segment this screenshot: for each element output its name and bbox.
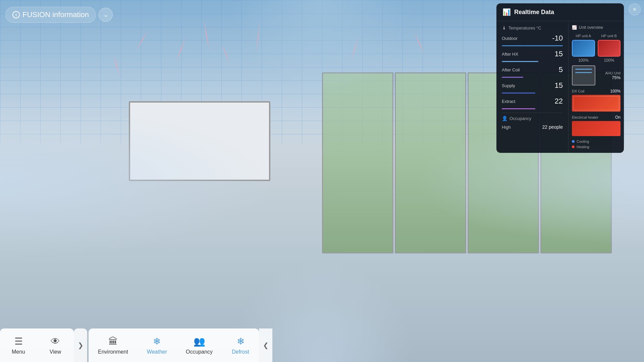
weather-snowflake-icon: ❄ [153,336,161,347]
chart-icon: 📈 [572,25,577,30]
window-pane-1 [322,72,393,253]
view-label: View [50,349,61,355]
eye-icon: 👁 [51,336,60,347]
realtime-data-panel: 📊 Realtime Data 🌡 Temperatures °C Outdoo… [496,3,624,153]
nav-item-weather[interactable]: ❄ Weather [138,328,176,362]
after-hx-bar [502,61,538,62]
dx-coil-percent: 100% [610,89,621,94]
nav-item-menu[interactable]: ☰ Menu [0,328,37,362]
window-pane-2 [395,72,466,253]
nav-arrow-left[interactable]: ❮ [259,328,272,362]
environment-label: Environment [98,349,128,355]
temperatures-header: 🌡 Temperatures °C [502,25,563,31]
realtime-icon: 📊 [502,8,511,16]
after-hx-label: After HX [502,52,518,57]
electrical-heater-section: Electrical heater On [572,115,621,136]
environment-icon: 🏛 [108,336,118,347]
after-coil-label: After Coil [502,67,520,72]
outdoor-bar [502,45,563,46]
extract-value: 22 [555,97,563,106]
thermometer-icon: 🌡 [502,25,506,31]
fusion-info-badge[interactable]: i FUSION information [5,7,96,23]
nav-item-view[interactable]: 👁 View [37,328,74,362]
panel-header: 📊 Realtime Data [496,3,624,21]
heating-dot [572,145,575,148]
supply-value: 15 [555,81,563,90]
cooling-dot [572,140,575,143]
hp-units-container: HP unit A 100% HP unit B 100% [572,34,621,63]
elec-row: Electrical heater On [572,115,621,120]
menu-label: Menu [12,349,25,355]
occupancy-row: High 22 people [502,124,563,130]
outdoor-value: -10 [552,34,563,43]
panel-left-section: 🌡 Temperatures °C Outdoor -10 After HX 1… [496,21,569,153]
ahu-label: AHU Unit [605,71,621,75]
unit-overview-header: 📈 Unit overview [572,25,621,30]
weather-label: Weather [147,349,167,355]
divider [502,113,563,113]
occupancy-people-icon: 👥 [194,336,205,347]
outdoor-temp-row: Outdoor -10 [502,34,563,43]
bottom-navigation: ☰ Menu 👁 View ❯ 🏛 Environment ❄ Weather … [0,328,644,362]
nav-item-occupancy[interactable]: 👥 Occupancy [176,328,222,362]
close-button[interactable]: × [629,3,641,15]
unit-overview-label: Unit overview [579,25,603,30]
occupancy-icon: 👤 [502,116,507,121]
nav-item-defrost[interactable]: ❄ Defrost [222,328,259,362]
after-coil-value: 5 [559,65,563,74]
cooling-legend: Cooling [572,139,621,143]
after-coil-row: After Coil 5 [502,65,563,74]
top-info-bar: i FUSION information ⌄ [5,7,113,23]
whiteboard [129,101,270,181]
dx-coil-section: DX Coil 100% [572,89,621,112]
occupancy-level: High [502,125,511,130]
menu-icon: ☰ [14,336,23,347]
hp-unit-a-percent: 100% [572,58,595,63]
temperatures-label: Temperatures °C [508,25,541,31]
nav-item-environment[interactable]: 🏛 Environment [89,328,138,362]
occupancy-label: Occupancy [509,116,531,121]
outdoor-label: Outdoor [502,36,518,41]
after-hx-row: After HX 15 [502,50,563,58]
defrost-icon: ❄ [237,336,245,347]
panel-body: 🌡 Temperatures °C Outdoor -10 After HX 1… [496,21,624,153]
legend-section: Cooling Heating [572,139,621,149]
supply-bar [502,93,535,94]
cooling-label: Cooling [577,139,589,143]
occupancy-header: 👤 Occupancy [502,116,563,121]
supply-row: Supply 15 [502,81,563,90]
nav-group: ☰ Menu 👁 View [0,328,74,362]
chevron-down-icon: ⌄ [103,11,108,18]
electrical-heater-box [572,121,621,136]
ahu-section: AHU Unit 75% [572,65,621,85]
ahu-info: AHU Unit 75% [605,71,621,80]
nav-group-2: 🏛 Environment ❄ Weather 👥 Occupancy ❄ De… [89,328,259,362]
heating-legend: Heating [572,145,621,149]
arrow-right-icon: ❯ [78,341,84,349]
dx-coil-label: DX Coil [572,89,584,93]
hp-unit-b: HP unit B 100% [598,34,621,63]
hp-unit-a: HP unit A 100% [572,34,595,63]
hp-unit-a-box [572,40,595,57]
dx-row: DX Coil 100% [572,89,621,94]
nav-arrow-right[interactable]: ❯ [74,328,87,362]
electrical-heater-label: Electrical heater [572,115,598,120]
extract-bar [502,108,535,109]
collapse-button[interactable]: ⌄ [99,8,113,22]
occupancy-value: 22 people [542,124,563,130]
hp-unit-b-box [598,40,621,57]
after-coil-bar [502,77,523,78]
occupancy-nav-label: Occupancy [186,349,213,355]
occupancy-section: 👤 Occupancy High 22 people [502,116,563,130]
hp-unit-b-percent: 100% [598,58,621,63]
ahu-percent: 75% [605,75,621,80]
defrost-label: Defrost [232,349,249,355]
heating-label: Heating [577,145,589,149]
extract-row: Extract 22 [502,97,563,106]
ahu-box [572,65,595,85]
fusion-info-label: FUSION information [22,10,89,19]
panel-right-section: 📈 Unit overview HP unit A 100% HP unit B… [569,21,624,153]
dx-coil-box [572,95,621,112]
after-hx-value: 15 [555,50,563,58]
arrow-left-icon: ❮ [263,341,269,349]
